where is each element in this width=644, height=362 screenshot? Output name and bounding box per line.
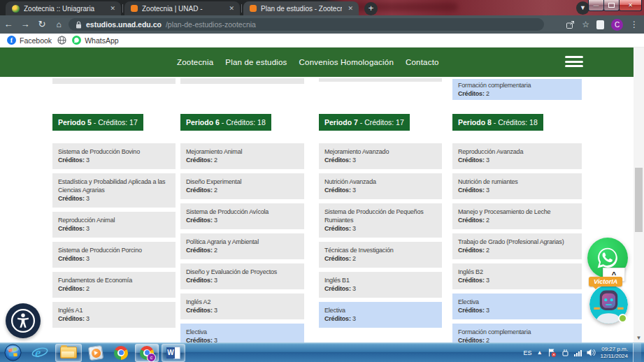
tab-close-icon[interactable]: ✕ [227,4,236,13]
scrollbar-down-arrow-icon[interactable]: ▼ [634,335,644,341]
minimize-button[interactable]: — [588,0,604,11]
course-card: Inglés A1Créditos: 3 [52,302,176,328]
period-8-header: Periodo 8 - Créditos: 18 [452,114,543,131]
course-card: Formación complementariaCréditos: 2 [452,324,582,342]
course-card: Mejoramiento AnimalCréditos: 2 [180,143,304,169]
course-credits: Créditos: 2 [458,89,576,98]
tab-close-icon[interactable]: ✕ [346,4,355,13]
nav-item-plan-de-estudios[interactable]: Plan de estudios [225,58,287,66]
course-card: Sistema de Producción BovinoCréditos: 3 [52,143,176,169]
address-bar[interactable]: estudios.unad.edu.co/plan-de-estudios-zo… [69,18,544,31]
period-6-header: Periodo 6 - Créditos: 18 [180,114,271,131]
page-viewport: Zootecnia Plan de estudios Convenios Hom… [0,48,644,342]
course-credits: Créditos: 3 [186,336,299,342]
tab-separator [241,4,242,13]
new-tab-button[interactable]: + [364,2,378,15]
bookmark-star-icon[interactable]: ☆ [582,20,589,29]
window-controls: — ✕ [589,0,642,11]
course-credits: Créditos: 2 [186,156,299,164]
course-title: Inglés A1 [58,306,170,314]
bookmark-label: Facebook [20,36,52,45]
period-6-courses: Mejoramiento AnimalCréditos: 2Diseño Exp… [180,143,304,342]
period-5-courses: Sistema de Producción BovinoCréditos: 3E… [52,143,176,332]
tab-plan-de-estudios-active[interactable]: Plan de estudios - Zootecnia - ✕ [243,1,359,15]
bookmark-globe[interactable] [57,36,66,45]
show-desktop-button[interactable] [633,343,641,362]
course-title: Política Agraria y Ambiental [186,238,299,246]
unad-favicon-icon [131,5,138,12]
lock-icon [76,21,82,29]
course-credits: Créditos: 3 [324,224,436,233]
url-path: /plan-de-estudios-zootecnia [166,20,256,29]
network-signal-icon[interactable] [574,349,582,356]
course-card: Diseño ExperimentalCréditos: 2 [180,173,304,199]
page-scrollbar[interactable]: ▼ [634,48,644,342]
share-icon[interactable] [566,20,575,29]
course-credits: Créditos: 3 [458,156,576,164]
tab-unad[interactable]: Zootecnia | UNAD - ✕ [124,1,240,15]
word-button[interactable]: W [162,344,185,362]
course-card: Nutrición AvanzadaCréditos: 3 [319,173,442,199]
course-credits: Créditos: 3 [458,276,576,284]
browser-toolbar: ← → ↻ ⌂ estudios.unad.edu.co/plan-de-est… [0,15,644,34]
maximize-button[interactable] [603,0,620,11]
media-player-button[interactable] [85,345,107,361]
tab-uniagraria[interactable]: Zootecnia :: Uniagraria ✕ [6,1,121,15]
accessibility-widget-button[interactable] [6,303,41,338]
language-indicator[interactable]: ES [524,349,532,356]
screen: { "browser": { "tabs": [ { "title": "Zoo… [0,0,644,362]
extension-icon[interactable] [596,20,604,29]
course-card: Fundamentos de EconomíaCréditos: 2 [52,272,176,298]
chrome-profile-button[interactable]: c [135,344,159,362]
accessibility-person-icon [10,308,36,333]
speaker-volume-icon[interactable] [587,349,596,356]
url-domain: estudios.unad.edu.co [86,20,162,29]
hidden-icons-chevron-icon[interactable]: ▲ [537,349,543,356]
close-button[interactable]: ✕ [619,0,642,11]
hamburger-menu-icon[interactable] [565,56,583,68]
course-credits: Créditos: 3 [58,254,170,263]
period-7-column: Periodo 7 - Créditos: 17 Mejoramiento Av… [319,77,442,342]
scrollbar-thumb[interactable] [635,168,643,232]
bookmark-label: WhatsApp [85,36,118,45]
power-plug-icon[interactable] [561,349,569,357]
nav-item-contacto[interactable]: Contacto [406,58,439,66]
menu-kebab-icon[interactable]: ⋮ [630,20,638,29]
partial-card-strip [52,78,176,84]
course-credits: Créditos: 3 [186,276,299,284]
tab-title: Plan de estudios - Zootecnia - [261,5,342,13]
forward-icon[interactable]: → [17,15,34,34]
bookmark-whatsapp[interactable]: WhatsApp [72,36,118,45]
start-button[interactable] [1,345,24,361]
site-navbar: Zootecnia Plan de estudios Convenios Hom… [0,48,634,77]
course-credits: Créditos: 3 [58,224,170,233]
course-credits: Créditos: 3 [58,156,170,164]
profile-avatar[interactable]: C [611,19,623,31]
course-card: Manejo y Procesamiento de LecheCréditos:… [452,203,582,229]
uniagraria-favicon-icon [12,5,20,13]
course-card: Reproducción AvanzadaCréditos: 3 [452,143,582,169]
course-card: Política Agraria y AmbientalCréditos: 2 [180,233,304,259]
internet-explorer-button[interactable]: e [27,345,52,361]
nav-item-zootecnia[interactable]: Zootecnia [177,58,213,66]
course-card: Estadística y Probabilidad Aplicada a la… [52,173,176,208]
back-icon[interactable]: ← [0,15,17,34]
course-title: Electiva [186,328,299,336]
period-8-courses: Reproducción AvanzadaCréditos: 3Nutrició… [452,143,582,342]
course-title: Estadística y Probabilidad Aplicada a la… [58,178,170,194]
course-card: Inglés B2Créditos: 3 [452,263,582,289]
nav-item-convenios[interactable]: Convenios Homologación [299,58,394,66]
course-credits: Créditos: 2 [58,284,170,293]
partial-card-strip [180,78,304,84]
chrome-button[interactable] [110,345,132,361]
home-icon[interactable]: ⌂ [50,15,67,34]
tab-close-icon[interactable]: ✕ [108,4,117,13]
reload-icon[interactable]: ↻ [34,15,50,34]
taskbar-clock[interactable]: 09:27 p.m. 12/11/2024 [601,346,628,360]
facebook-icon: f [7,36,16,45]
bookmark-facebook[interactable]: f Facebook [7,36,52,45]
file-explorer-button[interactable] [55,344,82,362]
course-credits: Créditos: 3 [186,216,299,224]
folder-icon [60,347,77,359]
action-center-flag-icon[interactable] [548,348,557,357]
